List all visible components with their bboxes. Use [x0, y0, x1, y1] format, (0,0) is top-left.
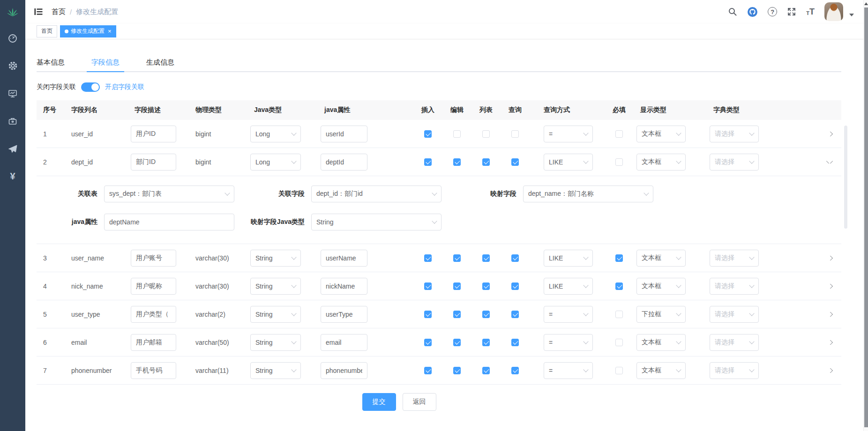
display-type-select[interactable]: 文本框: [636, 334, 686, 351]
list-checkbox[interactable]: [482, 282, 490, 290]
query-checkbox[interactable]: [511, 311, 519, 318]
edit-checkbox[interactable]: [453, 282, 461, 290]
scroll-up-arrow-icon[interactable]: [864, 2, 868, 5]
insert-checkbox[interactable]: [424, 130, 432, 138]
fullscreen-icon[interactable]: [787, 7, 796, 16]
field-relation-switch[interactable]: [81, 82, 100, 92]
java-field-input[interactable]: [321, 362, 367, 379]
query-checkbox[interactable]: [511, 339, 519, 346]
app-logo[interactable]: [0, 0, 25, 24]
list-checkbox[interactable]: [482, 367, 490, 374]
java-field-input[interactable]: [321, 154, 367, 171]
description-input[interactable]: [131, 278, 176, 295]
list-checkbox[interactable]: [482, 339, 490, 346]
java-field-input[interactable]: [321, 306, 367, 323]
display-type-select[interactable]: 下拉框: [636, 306, 686, 323]
java-field-input[interactable]: [321, 250, 367, 267]
query-mode-select[interactable]: =: [544, 362, 593, 379]
required-checkbox[interactable]: [615, 311, 623, 318]
breadcrumb-home[interactable]: 首页: [52, 7, 66, 16]
tag-home[interactable]: 首页: [37, 25, 57, 37]
insert-checkbox[interactable]: [424, 254, 432, 262]
tab-field-info[interactable]: 字段信息: [91, 53, 120, 71]
dict-type-select[interactable]: 请选择: [710, 306, 759, 323]
java-type-select[interactable]: String: [250, 250, 301, 267]
query-checkbox[interactable]: [511, 254, 519, 262]
relation-field-select[interactable]: dept_id：部门id: [311, 186, 441, 202]
java-type-select[interactable]: Long: [250, 154, 301, 171]
insert-checkbox[interactable]: [424, 367, 432, 374]
sidebar-item-monitor[interactable]: [0, 80, 25, 107]
insert-checkbox[interactable]: [424, 339, 432, 346]
mapping-java-type-select[interactable]: String: [311, 214, 441, 230]
tag-current-page[interactable]: 修改生成配置 ×: [60, 25, 116, 37]
fold-menu-icon[interactable]: [34, 7, 44, 17]
mapping-field-select[interactable]: dept_name：部门名称: [523, 186, 653, 202]
query-mode-select[interactable]: LIKE: [544, 154, 593, 171]
dict-type-select[interactable]: 请选择: [710, 278, 759, 295]
edit-checkbox[interactable]: [453, 158, 461, 166]
dict-type-select[interactable]: 请选择: [710, 250, 759, 267]
edit-checkbox[interactable]: [453, 367, 461, 374]
expand-row-chevron[interactable]: [826, 368, 833, 373]
description-input[interactable]: [131, 362, 176, 379]
list-checkbox[interactable]: [482, 311, 490, 318]
display-type-select[interactable]: 文本框: [636, 250, 686, 267]
query-mode-select[interactable]: =: [544, 126, 593, 142]
table-scrollbar-thumb[interactable]: [844, 126, 847, 229]
expand-row-chevron[interactable]: [826, 340, 833, 345]
help-icon[interactable]: ?: [768, 7, 777, 16]
dict-type-select[interactable]: 请选择: [710, 154, 759, 171]
expand-row-chevron[interactable]: [826, 312, 833, 317]
required-checkbox[interactable]: [615, 158, 623, 166]
back-button[interactable]: 返回: [403, 393, 436, 411]
dict-type-select[interactable]: 请选择: [710, 334, 759, 351]
expand-row-chevron[interactable]: [826, 132, 833, 136]
edit-checkbox[interactable]: [453, 339, 461, 346]
required-checkbox[interactable]: [615, 367, 623, 374]
insert-checkbox[interactable]: [424, 311, 432, 318]
query-mode-select[interactable]: =: [544, 334, 593, 351]
tab-basic-info[interactable]: 基本信息: [37, 53, 65, 71]
java-type-select[interactable]: String: [250, 278, 301, 295]
display-type-select[interactable]: 文本框: [636, 362, 686, 379]
github-icon[interactable]: [747, 7, 758, 17]
java-type-select[interactable]: String: [250, 306, 301, 323]
query-mode-select[interactable]: =: [544, 306, 593, 323]
query-checkbox[interactable]: [511, 282, 519, 290]
java-type-select[interactable]: String: [250, 362, 301, 379]
dict-type-select[interactable]: 请选择: [710, 362, 759, 379]
description-input[interactable]: [131, 126, 176, 142]
edit-checkbox[interactable]: [453, 254, 461, 262]
relation-table-select[interactable]: sys_dept：部门表: [104, 186, 234, 202]
sidebar-item-finance[interactable]: ¥: [0, 163, 25, 190]
description-input[interactable]: [131, 306, 176, 323]
sidebar-item-dashboard[interactable]: [0, 24, 25, 52]
tag-close-icon[interactable]: ×: [108, 28, 112, 34]
query-mode-select[interactable]: LIKE: [544, 278, 593, 295]
search-icon[interactable]: [728, 7, 737, 16]
java-field-input[interactable]: [321, 126, 367, 142]
display-type-select[interactable]: 文本框: [636, 126, 686, 142]
list-checkbox[interactable]: [482, 130, 490, 138]
list-checkbox[interactable]: [482, 158, 490, 166]
required-checkbox[interactable]: [615, 130, 623, 138]
required-checkbox[interactable]: [615, 339, 623, 346]
edit-checkbox[interactable]: [453, 130, 461, 138]
required-checkbox[interactable]: [615, 282, 623, 290]
expand-row-chevron[interactable]: [826, 284, 833, 289]
dict-type-select[interactable]: 请选择: [710, 126, 759, 142]
display-type-select[interactable]: 文本框: [636, 154, 686, 171]
edit-checkbox[interactable]: [453, 311, 461, 318]
sidebar-item-tools[interactable]: [0, 107, 25, 135]
exp-java-field-input[interactable]: [104, 214, 234, 230]
insert-checkbox[interactable]: [424, 282, 432, 290]
avatar-caret-icon[interactable]: [849, 14, 854, 16]
display-type-select[interactable]: 文本框: [636, 278, 686, 295]
font-size-icon[interactable]: TT: [806, 7, 815, 16]
expand-row-chevron[interactable]: [826, 256, 833, 260]
query-checkbox[interactable]: [511, 158, 519, 166]
description-input[interactable]: [131, 334, 176, 351]
window-scrollbar-thumb[interactable]: [864, 7, 868, 427]
sidebar-item-system[interactable]: [0, 52, 25, 80]
